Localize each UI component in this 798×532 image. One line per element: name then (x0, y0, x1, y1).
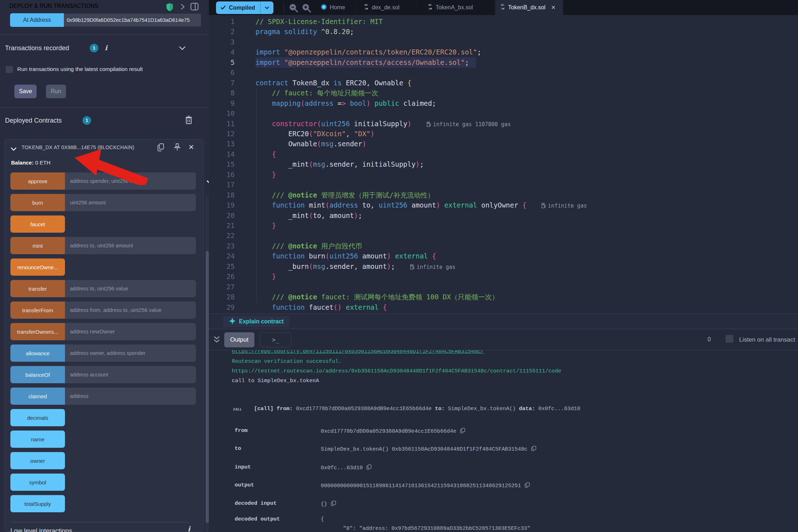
function-args-input[interactable]: address newOwner (65, 323, 196, 340)
line-number: 23 (209, 241, 235, 251)
solidity-icon (500, 4, 505, 11)
compiled-button[interactable]: Compiled (216, 1, 273, 14)
line-number: 10 (209, 108, 235, 119)
terminal-row-value: {} (321, 500, 336, 508)
save-button[interactable]: Save (14, 85, 37, 98)
function-button-claimed[interactable]: claimed (10, 388, 65, 405)
line-number: 11 (209, 119, 235, 129)
code-text: } (255, 220, 276, 231)
function-args-input[interactable]: uint256 amount (65, 194, 196, 211)
function-button-owner[interactable]: owner (10, 452, 65, 469)
code-text: ERC20("DXcoin", "DX") (255, 129, 375, 139)
copy-icon[interactable] (525, 482, 530, 490)
function-button-symbol[interactable]: symbol (10, 474, 65, 491)
line-number: 3 (209, 37, 235, 47)
listen-all-checkbox[interactable] (726, 335, 733, 343)
code-text: } (255, 170, 276, 180)
explain-contract-button[interactable]: Explain contract (223, 316, 289, 327)
run-latest-checkbox[interactable] (6, 66, 13, 73)
at-address-input[interactable]: 0x98b129D0fa6D052ec1ba74b7541D1a63aD614e… (64, 14, 201, 27)
function-button-decimals[interactable]: decimals (10, 409, 65, 426)
function-row-allowance: allowanceaddress owner, address spender (10, 345, 204, 362)
at-address-button[interactable]: At Address (10, 13, 64, 27)
code-editor[interactable]: 1// SPDX-License-Identifier: MIT2pragma … (209, 15, 798, 314)
terminal-prompt-button[interactable]: >_ (260, 332, 291, 347)
function-button-approve[interactable]: approve (10, 172, 65, 190)
function-row-balanceOf: balanceOfaddress account (10, 366, 204, 383)
info-icon: i (188, 525, 190, 532)
tab-tokena-bx-sol[interactable]: TokenA_bx.sol (423, 0, 494, 15)
line-number: 27 (209, 282, 235, 292)
tab-label: TokenA_bx.sol (436, 4, 473, 11)
function-button-transferOwners[interactable]: transferOwners... (10, 323, 65, 340)
terminal-row-label: from (235, 428, 248, 434)
function-button-name[interactable]: name (10, 431, 65, 448)
function-button-mint[interactable]: mint (10, 237, 65, 254)
zoom-in-icon[interactable] (301, 3, 311, 14)
line-number: 17 (209, 180, 235, 190)
copy-icon[interactable] (157, 143, 165, 153)
function-args-input[interactable]: address (65, 388, 196, 405)
deployed-contracts-label: Deployed Contracts (5, 117, 62, 124)
function-button-balanceOf[interactable]: balanceOf (10, 366, 65, 383)
run-button[interactable]: Run (46, 85, 66, 98)
code-line-23: 23 /// @notice 用户自毁代币 (209, 241, 798, 251)
line-number: 4 (209, 47, 235, 57)
pin-icon[interactable] (173, 143, 181, 153)
copy-icon[interactable] (531, 446, 536, 453)
terminal-row-label: decoded input (235, 500, 277, 507)
output-tab-button[interactable]: Output (224, 332, 254, 347)
terminal-link[interactable]: https://testnet.routescan.io/address/0xb… (232, 368, 561, 374)
run-latest-label: Run transactions using the latest compil… (17, 66, 143, 72)
call-summary-line: [call] from: 0xcd17778b7dDD0a0529388A9dB… (254, 406, 580, 412)
trash-icon[interactable] (185, 115, 193, 126)
code-text: function mint(address to, uint256 amount… (255, 200, 587, 211)
code-text: /// @notice 用户自毁代币 (255, 241, 362, 251)
tab-home[interactable]: Home (316, 0, 356, 15)
function-args-input[interactable]: address to, uint256 amount (65, 237, 196, 254)
function-button-transfer[interactable]: transfer (10, 280, 65, 297)
function-button-totalSupply[interactable]: totalSupply (10, 495, 65, 512)
layout-columns-icon[interactable] (190, 3, 199, 12)
function-button-burn[interactable]: burn (10, 194, 65, 211)
scrollbar-thumb[interactable] (206, 251, 209, 523)
function-args-input[interactable]: address to, uint256 value (65, 280, 196, 297)
line-number: 1 (209, 16, 235, 27)
collapse-double-chevron-icon[interactable] (213, 336, 220, 346)
function-args-input[interactable]: address owner, address spender (65, 345, 196, 362)
solidity-icon (364, 4, 369, 11)
copy-icon[interactable] (366, 464, 372, 472)
function-button-allowance[interactable]: allowance (10, 345, 65, 362)
function-button-transferFrom[interactable]: transferFrom (10, 301, 65, 319)
function-button-renounceOwne[interactable]: renounceOwne... (10, 258, 65, 276)
copy-icon[interactable] (331, 500, 336, 508)
transaction-count: 0 (708, 336, 711, 343)
tab-dex-de-sol[interactable]: dex_de.sol (359, 0, 416, 15)
code-line-3: 3 (209, 37, 798, 47)
deployed-contract-card: TOKENB_DX AT 0X98B...14E75 (BLOCKCHAIN) … (4, 139, 204, 532)
contract-function-list: approveaddress spender, uint256 valuebur… (10, 172, 204, 517)
function-row-claimed: claimedaddress (10, 388, 204, 405)
code-line-26: 26 } (209, 271, 798, 282)
terminal-link[interactable]: https://repo.sourcify.dev/11155111/0xb35… (232, 350, 484, 355)
close-icon[interactable]: ✕ (188, 143, 194, 151)
code-text: contract TokenB_dx is ERC20, Ownable { (255, 78, 412, 88)
close-icon[interactable]: ✕ (551, 4, 556, 11)
code-line-7: 7contract TokenB_dx is ERC20, Ownable { (209, 78, 798, 88)
tab-tokenb-dx-sol[interactable]: TokenB_dx.sol✕ (495, 0, 563, 15)
terminal-output[interactable]: https://repo.sourcify.dev/11155111/0xb35… (209, 350, 798, 532)
code-line-10: 10 (209, 108, 798, 119)
copy-icon[interactable] (460, 428, 465, 435)
code-line-11: 11 constructor(uint256 initialSupply)inf… (209, 119, 798, 129)
function-button-faucet[interactable]: faucet (10, 215, 65, 233)
function-args-input[interactable]: address account (65, 366, 196, 383)
zoom-out-icon[interactable] (288, 3, 299, 14)
code-line-14: 14 { (209, 149, 798, 160)
chevron-down-icon[interactable] (179, 45, 186, 52)
chevron-right-icon[interactable] (180, 3, 185, 12)
code-text: // SPDX-License-Identifier: MIT (255, 16, 383, 27)
line-number: 5 (209, 57, 235, 68)
compiled-dropdown[interactable] (260, 1, 273, 14)
chevron-down-icon[interactable] (10, 146, 17, 152)
function-args-input[interactable]: address from, address to, uint256 value (65, 301, 196, 319)
